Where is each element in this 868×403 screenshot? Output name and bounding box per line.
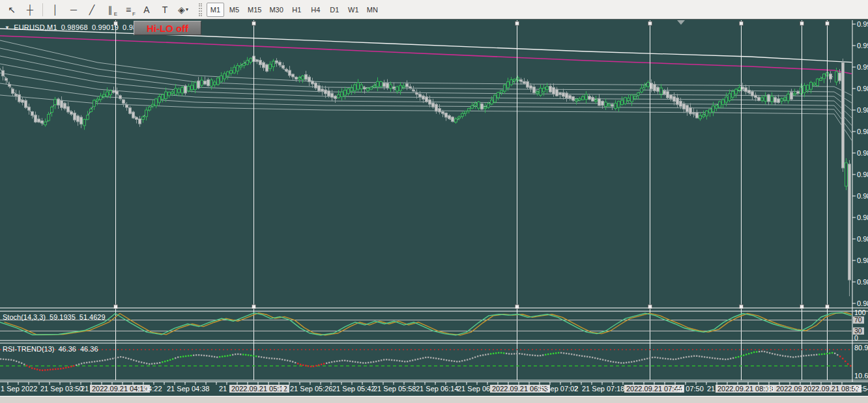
tool-equidistant-channel-button[interactable]: ∥E xyxy=(102,2,119,18)
timeframe-m15-button[interactable]: M15 xyxy=(244,3,265,17)
rsi-scale-top: 80.9 xyxy=(854,344,868,352)
price-axis-label: 0.9855 xyxy=(857,257,868,264)
tool-text-button[interactable]: A xyxy=(138,2,155,18)
open-price: 0.98968 xyxy=(61,23,88,31)
tool-trendline-button[interactable]: ╱ xyxy=(83,2,100,18)
fibonacci-sub-letter: F xyxy=(132,11,136,17)
time-label-highlighted: 2022.09.21 04:19 xyxy=(90,385,150,393)
price-axis-label: 0.9895 xyxy=(857,85,868,92)
time-label: 21 Sep 03:50 xyxy=(40,385,83,393)
time-label: 21 Sep 05:26 xyxy=(290,385,332,393)
vline-handle[interactable] xyxy=(648,21,652,25)
high-price: 0.99019 xyxy=(92,23,119,31)
vline-handle[interactable] xyxy=(826,21,830,25)
rsi-value-1: 46.36 xyxy=(58,345,76,353)
window-bottom-edge xyxy=(0,396,868,403)
text-label-icon: T xyxy=(162,5,168,15)
mt4-window: ↖┼│─╱∥E≡FAT◈▾M1M5M15M30H1H4D1W1MN 0.9910… xyxy=(0,0,868,403)
hilo-toggle-button[interactable]: Hi-LO off xyxy=(134,21,201,35)
collapse-triangle-icon[interactable]: ▼ xyxy=(5,25,10,31)
timeframe-m30-button[interactable]: M30 xyxy=(266,3,286,17)
time-label-highlighted: 2022.09.21 08:52 xyxy=(802,385,861,393)
fibonacci-icon: ≡ xyxy=(126,5,131,15)
time-label: 1 Sep 07:02 xyxy=(540,385,578,393)
time-label: 21 xyxy=(81,385,89,393)
time-label: 21 Sep 06:14 xyxy=(416,385,458,393)
stoch-value-2: 51.4629 xyxy=(80,313,106,321)
time-label: 21 Sep 07:18 xyxy=(582,385,624,393)
stoch-name: Stoch(14,3,3) xyxy=(3,313,46,321)
price-axis-label: 0.9905 xyxy=(857,42,868,49)
time-label: ep 07:50 xyxy=(676,385,704,393)
tool-vertical-line-button[interactable]: │ xyxy=(47,2,64,18)
time-label: 21 Sep 05:42 xyxy=(332,385,375,393)
price-axis-label: 0.9885 xyxy=(857,128,868,135)
timeframe-d1-button[interactable]: D1 xyxy=(326,3,343,17)
tool-horizontal-line-button[interactable]: ─ xyxy=(65,2,82,18)
time-axis[interactable]: 1 Sep 202221 Sep 03:50212022.09.21 04:19… xyxy=(0,383,868,396)
time-label-highlighted: 2022.09.21 07:44 xyxy=(624,385,684,393)
toolbar-separator xyxy=(42,3,43,16)
vline-handle[interactable] xyxy=(515,21,519,25)
timeframe-h1-button[interactable]: H1 xyxy=(288,3,306,17)
price-axis-label: 0.9880 xyxy=(857,149,868,157)
text-icon: A xyxy=(143,5,149,15)
timeframe-m5-button[interactable]: M5 xyxy=(225,3,243,17)
price-axis-label: 0.9910 xyxy=(857,20,868,28)
chevron-down-icon: ▾ xyxy=(186,7,188,12)
timeframe-m1-button[interactable]: M1 xyxy=(207,3,224,17)
horizontal-line-icon: ─ xyxy=(70,5,77,15)
price-axis-label: 0.9870 xyxy=(857,192,868,200)
rsi-scale-bottom: 10.6 xyxy=(854,372,868,380)
time-label: 2 xyxy=(574,385,578,393)
rsi-name: RSI-TREND(13) xyxy=(3,345,54,353)
time-label: 1 Sep 2022 xyxy=(1,385,37,393)
time-label: 08:54 xyxy=(853,385,868,393)
chart-canvas[interactable]: 0.99100.99050.99000.98950.98900.98850.98… xyxy=(0,20,868,396)
rsi-label: RSI-TREND(13) 46.36 46.36 xyxy=(3,345,98,353)
tool-fibonacci-button[interactable]: ≡F xyxy=(120,2,137,18)
stoch-value-1: 59.1935 xyxy=(50,313,76,321)
stoch-scale-upper: 70 xyxy=(854,316,862,324)
time-label: 0 xyxy=(281,385,285,393)
timeframe-w1-button[interactable]: W1 xyxy=(345,3,362,17)
rsi-value-2: 46.36 xyxy=(80,345,98,353)
symbol-period-label: EURUSD,M1 xyxy=(14,23,57,31)
equidistant-channel-icon: ∥ xyxy=(108,5,113,15)
tool-arrows-button[interactable]: ◈▾ xyxy=(175,2,192,18)
vertical-line-icon: │ xyxy=(53,5,59,15)
crosshair-icon: ┼ xyxy=(27,5,33,15)
time-label: 21 xyxy=(707,385,715,393)
vline-handle[interactable] xyxy=(800,21,804,25)
price-axis-label: 0.9845 xyxy=(857,299,868,307)
price-axis-label: 0.9875 xyxy=(857,171,868,178)
price-axis-label: 0.9890 xyxy=(857,106,868,114)
time-label-highlighted: 2022.09.21 05:12 xyxy=(229,385,289,393)
price-axis-label: 0.9860 xyxy=(857,235,868,243)
timeframe-h4-button[interactable]: H4 xyxy=(307,3,325,17)
cursor-icon: ↖ xyxy=(8,5,16,15)
price-axis-label: 0.9900 xyxy=(857,63,868,71)
time-label: 08 xyxy=(766,385,774,393)
tool-crosshair-button[interactable]: ┼ xyxy=(22,2,38,18)
vline-handle[interactable] xyxy=(252,21,256,25)
equidistant-channel-sub-letter: E xyxy=(114,11,117,17)
tool-cursor-button[interactable]: ↖ xyxy=(3,2,20,18)
stoch-scale-0: 0 xyxy=(854,334,858,342)
arrows-icon: ◈ xyxy=(178,5,185,15)
stoch-label: Stoch(14,3,3) 59.1935 51.4629 xyxy=(3,313,106,321)
vline-handle[interactable] xyxy=(740,21,744,25)
time-label: 21 Sep 04:38 xyxy=(167,385,209,393)
trendline-icon: ╱ xyxy=(89,5,94,15)
tool-text-label-button[interactable]: T xyxy=(156,2,173,18)
time-label: 04:22 xyxy=(144,385,162,393)
price-axis-label: 0.9865 xyxy=(857,214,868,221)
timeframe-mn-button[interactable]: MN xyxy=(364,3,381,17)
toolbar-grip xyxy=(199,3,202,16)
time-label: 21 Sep 05:58 xyxy=(373,385,416,393)
price-axis-label: 0.9850 xyxy=(857,278,868,286)
toolbar: ↖┼│─╱∥E≡FAT◈▾M1M5M15M30H1H4D1W1MN xyxy=(0,0,868,20)
